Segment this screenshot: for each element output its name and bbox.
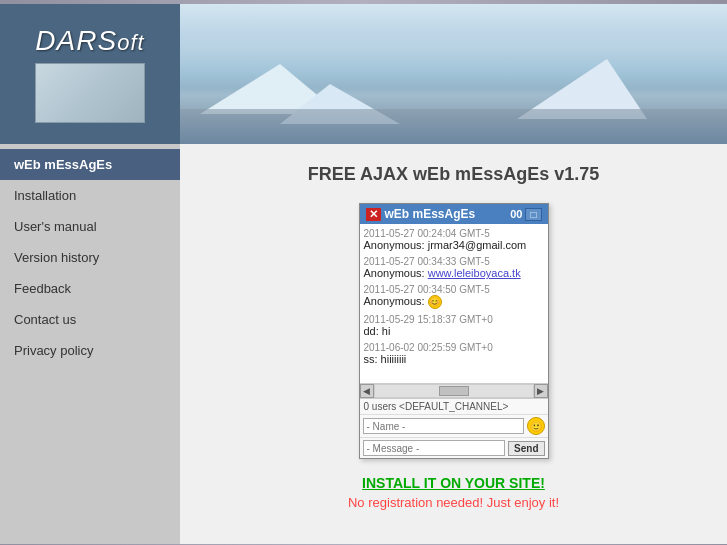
main-layout: wEb mEssAgEs Installation User's manual … <box>0 144 727 544</box>
chat-header-right: 00 □ <box>510 208 541 221</box>
smiley-icon: 😊 <box>428 295 442 309</box>
sidebar-item-privacy-policy[interactable]: Privacy policy <box>0 335 180 366</box>
scroll-thumb[interactable] <box>439 386 469 396</box>
chat-message-input-row: Send <box>360 438 548 458</box>
page-title: FREE AJAX wEb mEssAgEs v1.75 <box>308 164 599 185</box>
expand-icon[interactable]: □ <box>525 208 541 221</box>
chat-header: ✕ wEb mEssAgEs 00 □ <box>360 204 548 224</box>
banner-scene <box>180 4 727 144</box>
sidebar-item-feedback[interactable]: Feedback <box>0 273 180 304</box>
scroll-track[interactable] <box>374 384 534 398</box>
install-section: INSTALL IT ON YOUR SITE! No registration… <box>348 475 559 510</box>
water <box>180 109 727 144</box>
sidebar-item-contact-us[interactable]: Contact us <box>0 304 180 335</box>
sidebar: wEb mEssAgEs Installation User's manual … <box>0 144 180 544</box>
scroll-left-arrow[interactable]: ◀ <box>360 384 374 398</box>
chat-messages[interactable]: 2011-05-27 00:24:04 GMT-5 Anonymous: jrm… <box>360 224 548 384</box>
chat-title: wEb mEssAgEs <box>385 207 476 221</box>
message-4: 2011-05-29 15:18:37 GMT+0 dd: hi <box>364 314 544 337</box>
name-smiley-button[interactable]: 🙂 <box>527 417 545 435</box>
chat-link[interactable]: www.leleiboyaca.tk <box>428 267 521 279</box>
chat-header-left: ✕ wEb mEssAgEs <box>366 207 476 221</box>
message-1: 2011-05-27 00:24:04 GMT-5 Anonymous: jrm… <box>364 228 544 251</box>
close-icon[interactable]: ✕ <box>366 208 381 221</box>
chat-horizontal-scrollbar[interactable]: ◀ ▶ <box>360 384 548 399</box>
content-area: FREE AJAX wEb mEssAgEs v1.75 ✕ wEb mEssA… <box>180 144 727 544</box>
message-2: 2011-05-27 00:34:33 GMT-5 Anonymous: www… <box>364 256 544 279</box>
chat-name-input[interactable] <box>363 418 524 434</box>
message-3: 2011-05-27 00:34:50 GMT-5 Anonymous: 😊 <box>364 284 544 309</box>
logo-image <box>35 63 145 123</box>
chat-count: 00 <box>510 208 522 220</box>
logo-main: DARS <box>35 25 117 56</box>
logo-suffix: oft <box>117 30 144 55</box>
scroll-right-arrow[interactable]: ▶ <box>534 384 548 398</box>
chat-name-input-row: 🙂 <box>360 415 548 438</box>
chat-widget: ✕ wEb mEssAgEs 00 □ 2011-05-27 00:24:04 … <box>359 203 549 459</box>
sidebar-item-installation[interactable]: Installation <box>0 180 180 211</box>
sidebar-item-users-manual[interactable]: User's manual <box>0 211 180 242</box>
no-reg-text: No registration needed! Just enjoy it! <box>348 495 559 510</box>
send-button[interactable]: Send <box>508 441 544 456</box>
message-5: 2011-06-02 00:25:59 GMT+0 ss: hiiiiiiii <box>364 342 544 365</box>
logo-text: DARSoft <box>35 25 144 57</box>
logo-box: DARSoft <box>0 4 180 144</box>
chat-users-row: 0 users <DEFAULT_CHANNEL> <box>360 399 548 415</box>
chat-message-input[interactable] <box>363 440 506 456</box>
banner: DARSoft <box>0 4 727 144</box>
install-link[interactable]: INSTALL IT ON YOUR SITE! <box>348 475 559 491</box>
sidebar-item-web-messages[interactable]: wEb mEssAgEs <box>0 149 180 180</box>
sidebar-item-version-history[interactable]: Version history <box>0 242 180 273</box>
